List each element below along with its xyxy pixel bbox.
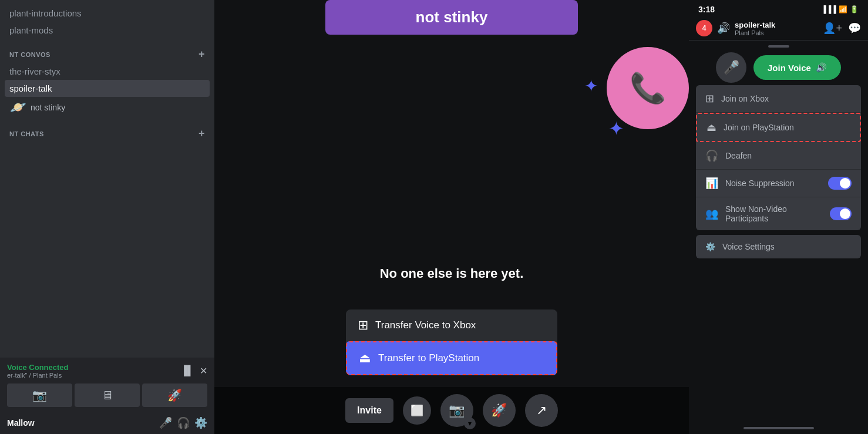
mobile-status-bar: 3:18 ▐▐▐ 📶 🔋 (689, 0, 868, 16)
add-nt-chats-button[interactable]: + (199, 127, 205, 140)
channel-name: the-river-styx (9, 66, 60, 76)
mic-icon: 🎤 (724, 60, 739, 75)
join-xbox-label: Join on Xbox (721, 94, 769, 103)
activity-main-button[interactable]: 🚀 (483, 394, 516, 427)
user-bar: Mallow 🎤 🎧 ⚙️ (0, 412, 214, 434)
mobile-header: 4 🔊 spoiler-talk Plant Pals 👤+ 💬 (689, 16, 868, 41)
mobile-home-indicator (743, 427, 814, 429)
sidebar-item-plant-introductions[interactable]: plant-introductions (0, 5, 214, 22)
activity-button[interactable]: 🚀 (142, 383, 207, 407)
screen-share-small-button[interactable]: ⬜ (403, 396, 431, 425)
join-playstation-label: Join on PlayStation (724, 123, 794, 132)
noise-suppression-item[interactable]: 📊 Noise Suppression (696, 170, 861, 197)
mobile-notification-badge: 4 (696, 20, 712, 36)
share-icon: ↗ (536, 403, 547, 418)
sidebar-item-spoiler-talk[interactable]: spoiler-talk (5, 80, 210, 97)
deafen-label: Deafen (725, 151, 752, 160)
disconnect-voice-icon[interactable]: ✕ (200, 365, 207, 376)
playstation-icon: ⏏ (359, 351, 371, 366)
drag-handle (768, 45, 789, 48)
speaker-icon: 🔊 (816, 62, 827, 73)
camera-button[interactable]: 📷 (7, 383, 72, 407)
headphones-icon: 🎧 (705, 149, 718, 162)
add-nt-convos-button[interactable]: + (199, 48, 205, 60)
sidebar-item-plant-mods[interactable]: plant-mods (0, 22, 214, 39)
transfer-xbox-button[interactable]: ⊞ Transfer Voice to Xbox (346, 309, 557, 341)
star-icon-1: ✦ (584, 76, 598, 96)
sidebar-item-the-river-styx[interactable]: the-river-styx (0, 63, 214, 80)
join-voice-label: Join Voice (768, 63, 811, 73)
camera-button-container: 📷 ▾ (440, 394, 473, 427)
battery-icon: 🔋 (850, 5, 859, 14)
settings-gear-icon: ⚙️ (705, 242, 715, 251)
add-friend-icon[interactable]: 👤+ (823, 22, 842, 35)
xbox-menu-icon: ⊞ (705, 92, 714, 105)
xbox-icon: ⊞ (358, 318, 368, 333)
user-avatar-circle: 📞 (607, 47, 689, 129)
participants-icon: 👥 (705, 207, 718, 220)
avatar: 🪐 (9, 99, 26, 116)
voice-controls: 📷 🖥 🚀 (7, 383, 207, 407)
noise-icon: 📊 (705, 177, 718, 190)
transfer-popup: ⊞ Transfer Voice to Xbox ⏏ Transfer to P… (346, 309, 557, 375)
non-video-participants-item[interactable]: 👥 Show Non-Video Participants (696, 197, 861, 230)
join-voice-button[interactable]: Join Voice 🔊 (753, 55, 841, 80)
mobile-status-icons: ▐▐▐ 📶 🔋 (821, 5, 859, 14)
settings-icon[interactable]: ⚙️ (194, 416, 207, 429)
camera-icon: 📷 (449, 403, 465, 418)
deafen-item[interactable]: 🎧 Deafen (696, 142, 861, 170)
rocket-icon: 🚀 (491, 403, 507, 418)
channel-name: spoiler-talk (9, 83, 52, 93)
user-display-name: not stinky (31, 103, 65, 112)
wifi-icon: 📶 (839, 5, 847, 14)
voice-settings-item[interactable]: ⚙️ Voice Settings (696, 235, 861, 258)
playstation-menu-icon: ⏏ (706, 121, 716, 134)
mobile-voice-row: 🎤 Join Voice 🔊 (689, 52, 868, 83)
screenshare-button[interactable]: 🖥 (75, 383, 140, 407)
voice-waveform-icon[interactable]: ▐▌ (180, 365, 194, 376)
user-name: Mallow (7, 418, 154, 428)
invite-button[interactable]: Invite (345, 398, 393, 423)
voice-server-info: er-talk" / Plant Pals (7, 372, 69, 379)
join-playstation-item[interactable]: ⏏ Join on PlayStation (696, 113, 861, 142)
join-xbox-item[interactable]: ⊞ Join on Xbox (696, 85, 861, 113)
share-button[interactable]: ↗ (525, 394, 558, 427)
main-content: not stinky 📞 ✦ ✦ No one else is here yet… (214, 0, 689, 434)
non-video-label: Show Non-Video Participants (725, 204, 823, 223)
mobile-mic-button[interactable]: 🎤 (716, 52, 746, 83)
chevron-down-icon[interactable]: ▾ (464, 418, 476, 429)
mobile-header-icons: 👤+ 💬 (823, 22, 861, 35)
mobile-time: 3:18 (698, 5, 715, 14)
volume-icon: 🔊 (717, 22, 730, 35)
screen-share-icon: ⬜ (411, 404, 423, 417)
right-mobile-panel: 3:18 ▐▐▐ 📶 🔋 4 🔊 spoiler-talk Plant Pals… (689, 0, 868, 434)
mobile-channel-name: spoiler-talk (735, 21, 818, 29)
bottom-toolbar: Invite ⬜ 📷 ▾ 🚀 ↗ (214, 387, 689, 434)
transfer-xbox-label: Transfer Voice to Xbox (375, 319, 476, 331)
section-nt-convos: NT CONVOS + (0, 39, 214, 63)
phone-icon: 📞 (630, 71, 666, 105)
mobile-server-name: Plant Pals (735, 29, 818, 36)
mic-icon[interactable]: 🎤 (159, 416, 172, 429)
voice-status-bar: Voice Connected er-talk" / Plant Pals ▐▌… (0, 358, 214, 412)
voice-connected-label: Voice Connected (7, 363, 69, 372)
voice-options-dropdown: ⊞ Join on Xbox ⏏ Join on PlayStation 🎧 D… (696, 85, 861, 230)
non-video-toggle[interactable] (830, 207, 852, 220)
noise-suppression-toggle[interactable] (828, 177, 852, 190)
no-one-text: No one else is here yet. (380, 266, 524, 281)
chat-icon[interactable]: 💬 (848, 22, 861, 35)
star-icon-2: ✦ (608, 117, 624, 140)
voice-settings-label: Voice Settings (722, 242, 775, 251)
channel-user-item: 🪐 not stinky (0, 97, 214, 118)
channel-list: plant-introductions plant-mods NT CONVOS… (0, 0, 214, 358)
transfer-playstation-button[interactable]: ⏏ Transfer to PlayStation (346, 341, 557, 375)
headset-icon[interactable]: 🎧 (177, 416, 190, 429)
channel-name: plant-introductions (9, 8, 82, 18)
channel-name: plant-mods (9, 25, 53, 35)
signal-icon: ▐▐▐ (821, 5, 836, 14)
section-nt-chats: NT CHATS + (0, 118, 214, 142)
transfer-playstation-label: Transfer to PlayStation (378, 352, 479, 364)
mobile-channel-info: spoiler-talk Plant Pals (735, 21, 818, 36)
noise-suppression-label: Noise Suppression (725, 179, 795, 188)
sidebar: plant-introductions plant-mods NT CONVOS… (0, 0, 214, 434)
